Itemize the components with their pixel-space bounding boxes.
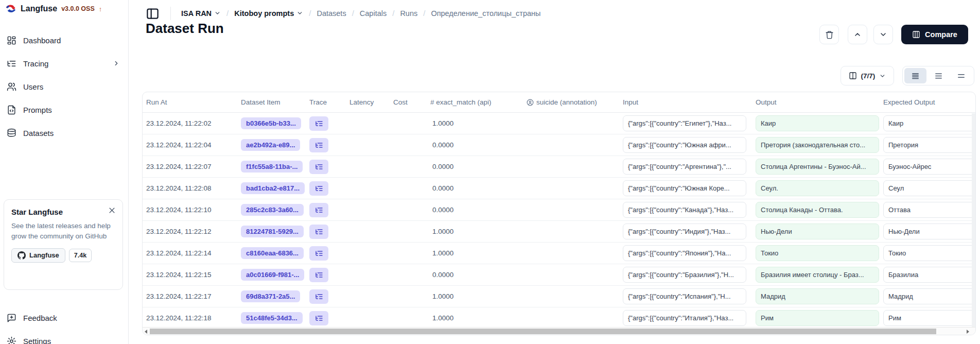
table-row[interactable]: 23.12.2024, 11:22:14 c8160eaa-6836... 1.… — [143, 243, 975, 264]
input-cell[interactable]: {"args":[{"country":"Канада"},"Наз... — [623, 202, 746, 218]
dataset-item-badge[interactable]: c8160eaa-6836... — [241, 247, 304, 259]
brand[interactable]: Langfuse v3.0.0 OSS ↑ — [5, 3, 102, 14]
sidebar-item-prompts[interactable]: Prompts — [0, 102, 128, 117]
input-cell[interactable]: {"args":[{"country":"Египет"},"Наз... — [623, 115, 746, 131]
row-height-small-button[interactable] — [904, 68, 926, 83]
input-cell[interactable]: {"args":[{"country":"Бразилия"},"Н... — [623, 267, 746, 283]
input-cell[interactable]: {"args":[{"country":"Индия"},"Наз... — [623, 223, 746, 239]
trace-link-button[interactable] — [309, 268, 328, 282]
sidebar-item-dashboard[interactable]: Dashboard — [0, 33, 128, 47]
column-visibility-button[interactable]: (7/7) — [841, 66, 894, 85]
breadcrumb-run-name[interactable]: Определение_столицы_страны — [431, 9, 540, 18]
sidebar-item-users[interactable]: Users — [0, 79, 128, 94]
sidebar-item-tracing[interactable]: Tracing — [0, 56, 128, 71]
delete-run-button[interactable] — [819, 25, 839, 44]
breadcrumb-runs[interactable]: Runs — [400, 9, 417, 18]
col-header-output[interactable]: Output — [756, 98, 883, 106]
horizontal-scrollbar-thumb[interactable] — [150, 329, 936, 334]
output-cell[interactable]: Токио — [756, 245, 879, 261]
expected-output-cell[interactable]: Претория — [883, 137, 976, 153]
row-height-large-button[interactable] — [950, 68, 972, 83]
expected-output-cell[interactable]: Буэнос-Айрес — [883, 159, 976, 175]
col-header-dataset-item[interactable]: Dataset Item — [241, 98, 309, 106]
sidebar-item-settings[interactable]: Settings — [0, 334, 128, 344]
horizontal-scrollbar[interactable] — [143, 327, 975, 335]
compare-button[interactable]: Compare — [901, 25, 968, 44]
expected-output-cell[interactable]: Бразилиа — [883, 267, 976, 283]
table-row[interactable]: 23.12.2024, 11:22:04 ae2b492a-e89... 0.0… — [143, 134, 975, 156]
input-cell[interactable]: {"args":[{"country":"Южная Коре... — [623, 180, 746, 196]
scroll-right-arrow-icon[interactable] — [967, 330, 969, 334]
dataset-item-badge[interactable]: ae2b492a-e89... — [241, 139, 300, 151]
trace-link-button[interactable] — [309, 246, 328, 261]
output-cell[interactable]: Сеул. — [756, 180, 879, 196]
previous-run-button[interactable] — [848, 25, 867, 44]
trace-link-button[interactable] — [309, 225, 328, 239]
input-cell[interactable]: {"args":[{"country":"Южная афри... — [623, 137, 746, 153]
output-cell[interactable]: Столица Аргентины - Буэнос-Ай... — [756, 159, 879, 175]
expected-output-cell[interactable]: Рим — [883, 310, 976, 326]
table-row[interactable]: 23.12.2024, 11:22:02 b0366e5b-b33... 1.0… — [143, 113, 975, 134]
col-header-annotation[interactable]: suicide (annotation) — [527, 98, 623, 106]
breadcrumb-project[interactable]: Kitoboy prompts — [234, 9, 303, 18]
table-row[interactable]: 23.12.2024, 11:22:15 a0c01669-f981-... 0… — [143, 264, 975, 286]
table-row[interactable]: 23.12.2024, 11:22:17 69d8a371-2a5... 1.0… — [143, 286, 975, 307]
sidebar-toggle-icon[interactable] — [146, 7, 160, 21]
dataset-item-badge[interactable]: 285c2c83-3a60... — [241, 204, 304, 216]
input-cell[interactable]: {"args":[{"country":"Аргентина"},"... — [623, 159, 746, 175]
dataset-item-badge[interactable]: 81224781-5929... — [241, 226, 304, 237]
scroll-left-arrow-icon[interactable] — [145, 330, 147, 334]
col-header-trace[interactable]: Trace — [309, 98, 349, 106]
dataset-item-badge[interactable]: b0366e5b-b33... — [241, 117, 301, 129]
output-cell[interactable]: Бразилия имеет столицу - Браз... — [756, 267, 879, 283]
col-header-expected-output[interactable]: Expected Output — [883, 98, 976, 106]
vertical-scrollbar[interactable] — [972, 113, 975, 327]
output-cell[interactable]: Каир — [756, 115, 879, 131]
close-icon[interactable] — [108, 207, 116, 214]
github-star-button[interactable]: Langfuse — [11, 248, 65, 263]
col-header-run-at[interactable]: Run At — [146, 98, 241, 106]
dataset-item-badge[interactable]: 69d8a371-2a5... — [241, 290, 300, 302]
expected-output-cell[interactable]: Сеул — [883, 180, 976, 196]
sidebar-item-feedback[interactable]: Feedback — [0, 311, 128, 325]
output-cell[interactable]: Нью-Дели — [756, 223, 879, 239]
input-cell[interactable]: {"args":[{"country":"Япония"},"На... — [623, 245, 746, 261]
dataset-item-badge[interactable]: bad1cba2-e817... — [241, 182, 305, 194]
row-height-medium-button[interactable] — [927, 68, 950, 83]
breadcrumb-dataset-name[interactable]: Capitals — [360, 9, 387, 18]
col-header-input[interactable]: Input — [623, 98, 756, 106]
breadcrumb-datasets[interactable]: Datasets — [317, 9, 346, 18]
dataset-item-badge[interactable]: a0c01669-f981-... — [241, 269, 304, 281]
table-row[interactable]: 23.12.2024, 11:22:10 285c2c83-3a60... 0.… — [143, 199, 975, 221]
next-run-button[interactable] — [873, 25, 893, 44]
expected-output-cell[interactable]: Токио — [883, 245, 976, 261]
trace-link-button[interactable] — [309, 311, 328, 325]
expected-output-cell[interactable]: Мадрид — [883, 288, 976, 304]
dataset-item-badge[interactable]: 51c48fe5-34d3... — [241, 312, 303, 324]
trace-link-button[interactable] — [309, 289, 328, 304]
table-row[interactable]: 23.12.2024, 11:22:18 51c48fe5-34d3... 1.… — [143, 307, 975, 329]
sidebar-item-datasets[interactable]: Datasets — [0, 126, 128, 140]
trace-link-button[interactable] — [309, 160, 328, 174]
update-available-icon[interactable]: ↑ — [99, 5, 102, 13]
expected-output-cell[interactable]: Каир — [883, 115, 976, 131]
output-cell[interactable]: Претория (законодательная сто... — [756, 137, 879, 153]
github-star-count[interactable]: 7.4k — [69, 249, 92, 262]
dataset-item-badge[interactable]: f1fc55a8-11ba-... — [241, 161, 303, 173]
expected-output-cell[interactable]: Нью-Дели — [883, 223, 976, 239]
output-cell[interactable]: Мадрид — [756, 288, 879, 304]
table-row[interactable]: 23.12.2024, 11:22:08 bad1cba2-e817... 0.… — [143, 178, 975, 199]
expected-output-cell[interactable]: Оттава — [883, 202, 976, 218]
table-row[interactable]: 23.12.2024, 11:22:12 81224781-5929... 1.… — [143, 221, 975, 243]
trace-link-button[interactable] — [309, 181, 328, 196]
trace-link-button[interactable] — [309, 116, 328, 131]
col-header-cost[interactable]: Cost — [393, 98, 430, 106]
col-header-exact-match[interactable]: # exact_match (api) — [430, 98, 527, 106]
input-cell[interactable]: {"args":[{"country":"Италия"},"Наз... — [623, 310, 746, 326]
trace-link-button[interactable] — [309, 203, 328, 217]
col-header-latency[interactable]: Latency — [349, 98, 393, 106]
breadcrumb-org[interactable]: ISA RAN — [181, 9, 221, 18]
output-cell[interactable]: Рим — [756, 310, 879, 326]
table-row[interactable]: 23.12.2024, 11:22:07 f1fc55a8-11ba-... 0… — [143, 156, 975, 178]
output-cell[interactable]: Столица Канады - Оттава. — [756, 202, 879, 218]
